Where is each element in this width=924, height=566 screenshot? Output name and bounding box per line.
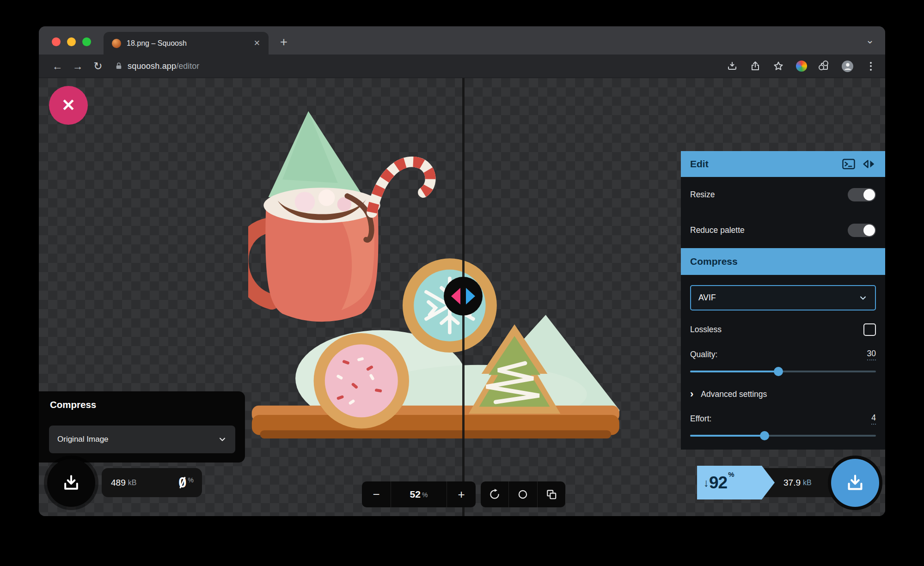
download-icon xyxy=(844,472,866,493)
split-left-arrow-icon xyxy=(451,288,460,304)
compress-header: Compress xyxy=(681,248,885,275)
toggle-knob xyxy=(863,189,875,201)
edit-title: Edit xyxy=(690,158,709,170)
quality-label: Quality: xyxy=(690,350,717,359)
original-size-unit: kB xyxy=(128,479,137,487)
chevron-right-icon: › xyxy=(690,388,693,400)
view-controls xyxy=(481,481,565,507)
profile-avatar[interactable] xyxy=(841,60,854,73)
down-arrow-icon: ↓ xyxy=(704,476,709,489)
browser-window: 18.png – Squoosh ✕ + ⌄ ← → ↻ squoosh.app… xyxy=(39,26,885,516)
split-right-arrow-icon xyxy=(466,288,475,304)
advanced-settings-label: Advanced settings xyxy=(701,390,767,399)
tab-close-icon[interactable]: ✕ xyxy=(254,38,260,48)
traffic-lights xyxy=(52,37,91,46)
savings-badge: ↓ 92 % xyxy=(697,466,775,499)
zoom-out-button[interactable]: − xyxy=(362,481,391,507)
extensions-puzzle-icon[interactable] xyxy=(818,60,831,73)
reload-button[interactable]: ↻ xyxy=(88,60,108,73)
lossless-row: Lossless xyxy=(690,323,876,336)
original-size-pill: 489 kB 0 % xyxy=(102,468,202,497)
lock-icon xyxy=(115,62,123,70)
split-handle[interactable] xyxy=(444,277,483,316)
original-image-select[interactable]: Original Image xyxy=(49,426,235,453)
tab-search-chevron-icon[interactable]: ⌄ xyxy=(863,34,877,48)
share-icon[interactable] xyxy=(749,60,761,73)
resize-label: Resize xyxy=(690,190,715,200)
reduce-palette-label: Reduce palette xyxy=(690,225,745,235)
lossless-label: Lossless xyxy=(690,325,722,335)
install-app-icon[interactable] xyxy=(726,60,738,73)
savings-percent-sign: % xyxy=(728,470,734,478)
close-image-button[interactable]: ✕ xyxy=(49,86,88,125)
browser-toolbar: ← → ↻ squoosh.app/editor xyxy=(39,55,885,78)
minimize-window-button[interactable] xyxy=(67,37,76,46)
pink-cookie xyxy=(314,333,409,428)
quality-value[interactable]: 30 xyxy=(867,349,876,360)
resize-row: Resize xyxy=(681,177,885,213)
compress-title: Compress xyxy=(690,256,738,267)
options-panel: Edit Resize xyxy=(681,151,885,450)
original-image-panel: Compress Original Image xyxy=(39,391,245,463)
original-select-value: Original Image xyxy=(57,435,109,444)
two-up-compare-icon[interactable] xyxy=(862,157,876,171)
zoom-level[interactable]: 52 % xyxy=(391,481,447,507)
original-panel-title: Compress xyxy=(39,391,245,418)
delta-percent-sign: % xyxy=(188,476,194,484)
back-button[interactable]: ← xyxy=(47,60,67,73)
browser-menu-icon[interactable] xyxy=(864,60,877,73)
rotate-button[interactable] xyxy=(481,481,508,507)
toggle-knob xyxy=(863,225,875,236)
codec-select[interactable]: AVIF xyxy=(690,285,876,310)
zoom-window-button[interactable] xyxy=(82,37,91,46)
download-icon xyxy=(61,473,81,493)
slider-knob[interactable] xyxy=(760,431,769,440)
browser-tab[interactable]: 18.png – Squoosh ✕ xyxy=(104,32,269,55)
zoom-percent-sign: % xyxy=(422,491,428,499)
lossless-checkbox[interactable] xyxy=(863,323,876,336)
effort-label: Effort: xyxy=(690,414,711,424)
candy-cane xyxy=(372,162,430,213)
tab-strip: 18.png – Squoosh ✕ + ⌄ xyxy=(39,26,885,55)
tree-triangle xyxy=(268,111,363,197)
theme-color-icon[interactable] xyxy=(795,60,808,73)
effort-value[interactable]: 4 xyxy=(871,413,876,425)
advanced-settings-row[interactable]: › Advanced settings xyxy=(690,388,876,400)
editor-canvas: ✕ Edit Resize xyxy=(39,78,885,516)
download-original-button[interactable] xyxy=(47,459,95,507)
bookmark-star-icon[interactable] xyxy=(772,60,784,73)
image-preview[interactable] xyxy=(248,108,619,449)
chevron-down-icon xyxy=(858,293,868,303)
quality-row: Quality: 30 xyxy=(690,349,876,360)
quality-slider[interactable] xyxy=(690,371,876,372)
toggle-overlay-button[interactable] xyxy=(537,481,565,507)
zoom-controls: − 52 % + xyxy=(362,481,476,507)
codec-value: AVIF xyxy=(698,293,716,303)
slider-knob[interactable] xyxy=(774,367,783,376)
effort-slider[interactable] xyxy=(690,435,876,437)
chevron-down-icon xyxy=(218,435,227,444)
resize-toggle[interactable] xyxy=(848,188,876,201)
download-compressed-button[interactable] xyxy=(831,459,879,507)
terminal-icon[interactable] xyxy=(842,157,856,171)
reduce-palette-toggle[interactable] xyxy=(848,224,876,237)
new-tab-button[interactable]: + xyxy=(275,34,292,51)
zoom-in-button[interactable]: + xyxy=(447,481,476,507)
close-window-button[interactable] xyxy=(52,37,61,46)
url-host: squoosh.app xyxy=(128,61,176,71)
toggle-background-button[interactable] xyxy=(508,481,537,507)
compressed-size-unit: kB xyxy=(803,479,812,487)
compressed-size-value: 37.9 xyxy=(783,478,801,488)
tray xyxy=(252,406,619,438)
address-bar[interactable]: squoosh.app/editor xyxy=(115,61,199,71)
forward-button[interactable]: → xyxy=(67,60,88,73)
savings-percent-value: 92 xyxy=(709,473,727,493)
original-size-value: 489 xyxy=(111,478,126,488)
squoosh-favicon xyxy=(112,39,121,48)
tab-title: 18.png – Squoosh xyxy=(127,39,248,48)
mug xyxy=(248,188,380,322)
original-delta: 0 % xyxy=(178,475,194,490)
reduce-palette-row: Reduce palette xyxy=(681,213,885,248)
effort-row: Effort: 4 xyxy=(690,413,876,425)
slider-fill xyxy=(690,435,765,437)
